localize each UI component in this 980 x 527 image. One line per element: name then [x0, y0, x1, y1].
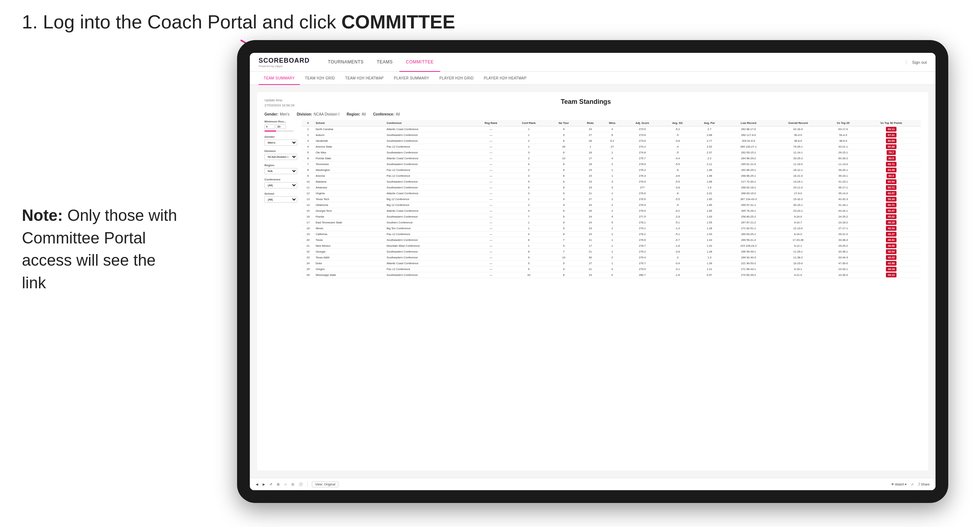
sidebar-division-label: Division [264, 149, 297, 153]
instruction-prefix: Log into the Coach Portal and click [43, 11, 341, 32]
table-cell: — [473, 138, 509, 144]
table-row: 22GeorgiaSoutheastern Conference—8721127… [302, 249, 921, 255]
table-cell: 11-29-1 [772, 249, 825, 255]
table-cell: 278.9 [623, 162, 662, 167]
region-select[interactable]: N/A [264, 168, 297, 174]
min-rounds-max-input[interactable] [276, 124, 286, 129]
table-cell: 17 [579, 243, 601, 249]
update-time-block: Update time: 27/03/2024 16:56:26 [264, 98, 295, 108]
toolbar-forward[interactable]: ▶ [262, 483, 265, 486]
table-cell: 276.9 [623, 197, 662, 202]
content-card: Update time: 27/03/2024 16:56:26 Team St… [257, 92, 928, 470]
toolbar-back[interactable]: ◀ [256, 483, 258, 486]
step-number: 1. [22, 11, 38, 32]
nav-committee[interactable]: COMMITTEE [399, 53, 441, 72]
eye-icon: 👁 [891, 483, 894, 486]
table-cell: 6.2 [601, 138, 623, 144]
table-row: 1North CarolinaAtlantic Coast Conference… [302, 127, 921, 132]
nav-teams[interactable]: TEAMS [370, 53, 399, 72]
table-cell: 11 [302, 185, 314, 190]
table-header-row: # School Conference Reg Rank Conf Rank N… [302, 120, 921, 127]
table-cell: 2 [601, 255, 623, 260]
conference-filter: Conference: All [373, 112, 400, 116]
table-cell: 266 59-39-1 [726, 249, 772, 255]
table-row: 25OregonPac-12 Conference—59210279.5-3.1… [302, 267, 921, 272]
table-cell: Duke [314, 260, 385, 267]
table-cell: 274.2 [623, 144, 662, 150]
table-cell: 2 [509, 156, 548, 162]
table-cell: Arizona [314, 173, 385, 179]
sign-out-button[interactable]: Sign out [906, 60, 927, 65]
share-button[interactable]: ⤴ Share [918, 483, 930, 486]
toolbar-resize[interactable]: ⤢ [911, 483, 914, 486]
nav-tournaments[interactable]: TOURNAMENTS [321, 53, 370, 72]
table-cell: — [473, 162, 509, 167]
table-cell: -6 [662, 167, 693, 173]
table-row: 4Arizona StatePac-12 Conference—12612727… [302, 144, 921, 150]
table-cell: Big 12 Conference [385, 202, 473, 208]
table-cell: — [473, 267, 509, 272]
school-select[interactable]: (All) [264, 197, 297, 203]
toolbar-grid[interactable]: ⊟ [291, 483, 294, 486]
table-cell: 0 [601, 272, 623, 278]
table-cell: 23 [579, 179, 601, 185]
view-original-button[interactable]: View: Original [312, 481, 339, 487]
col-overall-record: Overall Record [772, 120, 825, 127]
table-cell: 10 [302, 179, 314, 185]
table-cell: — [473, 144, 509, 150]
table-cell: 1.28 [693, 249, 726, 255]
division-select[interactable]: NCAA Division I [264, 154, 297, 160]
conference-select[interactable]: (All) [264, 182, 297, 189]
table-cell: -5.2 [662, 127, 693, 132]
table-cell: 1.3 [693, 255, 726, 260]
min-rounds-min-input[interactable] [264, 124, 275, 129]
table-cell: 2 [509, 138, 548, 144]
table-cell: 8 [549, 167, 579, 173]
table-cell: 1.98 [693, 173, 726, 179]
school-section: School (All) [264, 192, 297, 203]
table-cell: 39-20-1 [825, 167, 861, 173]
table-cell: 68.71 [861, 162, 921, 167]
table-cell: 18 [302, 225, 314, 232]
subnav-player-h2h-heatmap[interactable]: PLAYER H2H HEATMAP [479, 72, 532, 85]
table-cell: 279.1 [623, 225, 662, 232]
table-cell: 2 [601, 208, 623, 214]
table-cell: — [473, 202, 509, 208]
table-cell: 15 [302, 208, 314, 214]
subnav-player-summary[interactable]: PLAYER SUMMARY [389, 72, 434, 85]
table-cell: Pac-12 Conference [385, 144, 473, 150]
table-cell: 4 [601, 214, 623, 220]
table-cell: Texas Tech [314, 197, 385, 202]
subnav-team-h2h-heatmap[interactable]: TEAM H2H HEATMAP [340, 72, 389, 85]
table-cell: 27 [579, 260, 601, 267]
table-cell: 1 [601, 167, 623, 173]
table-cell: 2.01 [693, 190, 726, 197]
table-cell: 1 [302, 127, 314, 132]
toolbar-home[interactable]: ⊞ [277, 483, 280, 486]
subnav-player-h2h-grid[interactable]: PLAYER H2H GRID [434, 72, 479, 85]
table-cell: 276.9 [623, 179, 662, 185]
subnav-team-h2h-grid[interactable]: TEAM H2H GRID [300, 72, 340, 85]
rounds-slider-track[interactable] [264, 130, 294, 132]
table-cell: 2 [601, 232, 623, 237]
table-cell: Big 12 Conference [385, 197, 473, 202]
table-row: 20TexasSoutheastern Conference—87211278.… [302, 237, 921, 243]
table-row: 14OklahomaBig 12 Conference—29242276.9-5… [302, 202, 921, 208]
table-cell: 277.5 [623, 214, 662, 220]
gender-select[interactable]: Men's Women's [264, 140, 297, 146]
col-vs-top-25: Vs Top 25 [825, 120, 861, 127]
watch-button[interactable]: 👁 Watch ▾ [891, 483, 907, 486]
table-cell: Ole Miss [314, 150, 385, 156]
toolbar-clock[interactable]: 🕐 [299, 483, 303, 486]
table-cell: 22 [302, 249, 314, 255]
toolbar-bookmark[interactable]: ☆ [284, 483, 287, 486]
table-cell: -5.5 [662, 162, 693, 167]
table-cell: 25 [302, 267, 314, 272]
col-reg-rank: Reg Rank [473, 120, 509, 127]
table-cell: 278.2 [623, 232, 662, 237]
table-cell: 8 [549, 185, 579, 190]
table-row: 16FloridaSoutheastern Conference—7924427… [302, 214, 921, 220]
subnav-team-summary[interactable]: TEAM SUMMARY [259, 72, 300, 85]
conference-value: All [396, 112, 400, 116]
toolbar-reload[interactable]: ↺ [269, 483, 272, 486]
